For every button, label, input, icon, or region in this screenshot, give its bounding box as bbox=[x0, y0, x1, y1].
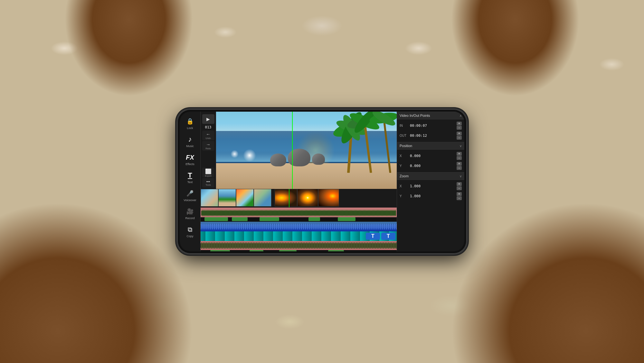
lens-flare-2 bbox=[231, 150, 239, 158]
undo-label: Undo bbox=[205, 137, 211, 139]
tool-music-label: Music bbox=[186, 144, 194, 148]
pos-x-minus-btn[interactable]: - bbox=[457, 156, 462, 160]
tool-text[interactable]: T Text bbox=[181, 169, 199, 186]
redo-arrow-icon: → bbox=[206, 142, 211, 147]
position-section: X 0.000 + - Y 0.000 + - bbox=[397, 150, 464, 172]
tools-button[interactable]: ••• Tools bbox=[202, 178, 214, 188]
redo-label: Redo bbox=[205, 147, 211, 150]
position-y-value: 0.000 bbox=[410, 164, 455, 168]
export-label: Export bbox=[205, 175, 211, 177]
in-label: IN bbox=[400, 124, 409, 127]
video-preview bbox=[216, 112, 397, 189]
pos-y-controls: + - bbox=[457, 162, 462, 170]
zoom-y-row: Y 1.000 + - bbox=[400, 191, 462, 201]
pos-x-plus-btn[interactable]: + bbox=[457, 152, 462, 156]
thumb-bokeh-1 bbox=[275, 189, 297, 207]
thumb-2 bbox=[218, 189, 236, 207]
green-patches-2 bbox=[201, 250, 397, 251]
pos-x-controls: + - bbox=[457, 152, 462, 160]
green-patch-3 bbox=[260, 217, 279, 221]
tool-record[interactable]: 🎥 Record bbox=[181, 205, 199, 222]
out-minus-btn[interactable]: - bbox=[457, 136, 462, 140]
tool-voiceover-label: Voiceover bbox=[184, 199, 196, 202]
green-patch-2 bbox=[232, 217, 248, 221]
tool-copy[interactable]: ⧉ Copy bbox=[181, 223, 199, 240]
tool-voiceover[interactable]: 🎤 Voiceover bbox=[181, 187, 199, 204]
zoom-x-value: 1.000 bbox=[410, 184, 455, 188]
out-time: 00:00:12 bbox=[410, 134, 455, 138]
in-minus-btn[interactable]: - bbox=[457, 126, 462, 130]
undo-button[interactable]: ← Undo bbox=[202, 131, 214, 140]
zoom-y-value: 1.000 bbox=[410, 194, 455, 198]
in-point-row: IN 00:00:07 + - bbox=[400, 121, 462, 131]
zoom-y-minus-btn[interactable]: - bbox=[457, 196, 462, 200]
export-icon: ⬜ bbox=[205, 168, 212, 174]
tool-effects[interactable]: FX Effects bbox=[181, 151, 199, 168]
music-icon: ♪ bbox=[185, 135, 194, 144]
lock-icon: 🔒 bbox=[185, 117, 194, 126]
lens-flare bbox=[243, 149, 256, 162]
timeline-area: T T bbox=[201, 189, 397, 251]
effects-icon: FX bbox=[185, 153, 194, 162]
position-x-value: 0.000 bbox=[410, 154, 455, 158]
right-panel: Video In/Out Points ∧ IN 00:00:07 + - bbox=[397, 112, 464, 251]
position-x-row: X 0.000 + - bbox=[400, 151, 462, 161]
tools-label: Tools bbox=[205, 184, 211, 186]
green-patch-8 bbox=[279, 250, 297, 251]
tool-record-label: Record bbox=[185, 217, 194, 220]
frame-number: 013 bbox=[204, 125, 212, 130]
tools-icon: ••• bbox=[206, 180, 210, 183]
position-y-row: Y 0.000 + - bbox=[400, 161, 462, 171]
in-plus-btn[interactable]: + bbox=[457, 122, 462, 126]
zoom-section: X 1.000 + - Y 1.000 + - bbox=[397, 180, 464, 202]
title-block-1: T bbox=[366, 233, 380, 240]
tool-music[interactable]: ♪ Music bbox=[181, 133, 199, 150]
voiceover-icon: 🎤 bbox=[185, 189, 194, 198]
title-block-2: T bbox=[381, 233, 395, 240]
zoom-header: Zoom ∨ bbox=[397, 172, 464, 180]
zoom-y-controls: + - bbox=[457, 192, 462, 200]
zoom-x-minus-btn[interactable]: - bbox=[457, 186, 462, 190]
phone-device: 🔒 Lock ♪ Music FX Effects T Text 🎤 Voice… bbox=[177, 109, 467, 254]
svg-rect-20 bbox=[201, 241, 397, 250]
pos-y-plus-btn[interactable]: + bbox=[457, 162, 462, 166]
green-patch-4 bbox=[308, 217, 320, 221]
thumb-4 bbox=[254, 189, 271, 207]
position-y-label: Y bbox=[400, 164, 409, 168]
inout-header: Video In/Out Points ∧ bbox=[397, 112, 464, 119]
zoom-x-plus-btn[interactable]: + bbox=[457, 182, 462, 186]
export-button[interactable]: ⬜ Export bbox=[202, 168, 214, 177]
tool-lock-label: Lock bbox=[187, 126, 193, 130]
inout-section: IN 00:00:07 + - OUT 00:00:12 + bbox=[397, 119, 464, 142]
svg-line-5 bbox=[365, 121, 371, 173]
text-icon: T bbox=[185, 171, 194, 180]
pos-y-minus-btn[interactable]: - bbox=[457, 166, 462, 170]
play-icon: ▶ bbox=[206, 116, 210, 122]
video-track-1 bbox=[201, 189, 397, 208]
tool-lock[interactable]: 🔒 Lock bbox=[181, 115, 199, 132]
zoom-y-plus-btn[interactable]: + bbox=[457, 192, 462, 196]
zoom-y-label: Y bbox=[400, 194, 409, 198]
play-button[interactable]: ▶ bbox=[202, 114, 214, 124]
zoom-chevron: ∨ bbox=[459, 174, 462, 178]
svg-rect-17 bbox=[201, 222, 397, 231]
green-patch-7 bbox=[250, 250, 263, 251]
teal-track: T T bbox=[201, 231, 397, 241]
zoom-x-controls: + - bbox=[457, 182, 462, 190]
thumb-1 bbox=[201, 189, 218, 207]
thumb-bokeh-3 bbox=[318, 189, 339, 207]
thumb-3 bbox=[236, 189, 254, 207]
thumb-bokeh-2 bbox=[297, 189, 318, 207]
out-plus-btn[interactable]: + bbox=[457, 132, 462, 135]
redo-button[interactable]: → Redo bbox=[202, 141, 214, 151]
phone-screen: 🔒 Lock ♪ Music FX Effects T Text 🎤 Voice… bbox=[180, 112, 464, 251]
title-blocks: T T bbox=[365, 231, 397, 241]
left-toolbar: 🔒 Lock ♪ Music FX Effects T Text 🎤 Voice… bbox=[180, 112, 201, 251]
out-point-row: OUT 00:00:12 + - bbox=[400, 131, 462, 141]
position-chevron: ∨ bbox=[459, 144, 462, 148]
audio-track-blue bbox=[201, 222, 397, 231]
position-header: Position ∨ bbox=[397, 142, 464, 150]
copy-icon: ⧉ bbox=[185, 225, 194, 234]
tool-text-label: Text bbox=[187, 181, 193, 184]
tool-effects-label: Effects bbox=[185, 163, 194, 166]
